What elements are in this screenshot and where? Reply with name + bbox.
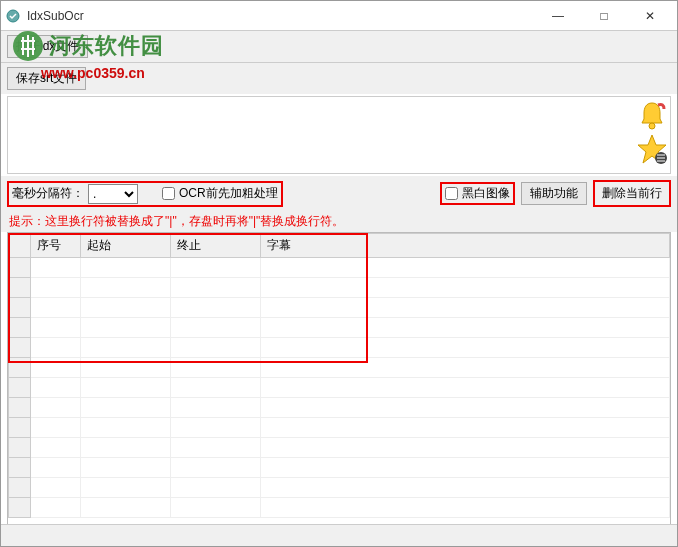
watermark-url: www.pc0359.cn	[41, 65, 164, 81]
options-row: 毫秒分隔符： . OCR前先加粗处理 黑白图像 辅助功能 删除当前行	[1, 176, 677, 211]
col-header-start[interactable]: 起始	[81, 234, 171, 258]
grid-body	[9, 258, 670, 518]
aux-func-button[interactable]: 辅助功能	[521, 182, 587, 205]
table-row	[9, 418, 670, 438]
subtitle-grid-wrap: 序号 起始 终止 字幕	[7, 232, 671, 534]
ocr-bold-checkbox[interactable]	[162, 187, 175, 200]
col-header-seq[interactable]: 序号	[31, 234, 81, 258]
table-row	[9, 498, 670, 518]
delete-row-button[interactable]: 删除当前行	[598, 183, 666, 204]
table-row	[9, 358, 670, 378]
separator-select[interactable]: .	[88, 184, 138, 204]
table-row	[9, 318, 670, 338]
statusbar	[1, 524, 677, 546]
app-icon	[5, 8, 21, 24]
bell-icon[interactable]	[636, 99, 668, 131]
table-row	[9, 458, 670, 478]
window-controls: — □ ✕	[535, 1, 673, 31]
watermark-overlay: 河东软件园 www.pc0359.cn	[11, 29, 164, 81]
bw-image-group: 黑白图像	[440, 182, 515, 205]
bw-image-label: 黑白图像	[462, 185, 510, 202]
table-row	[9, 338, 670, 358]
table-row	[9, 258, 670, 278]
bw-image-checkbox[interactable]	[445, 187, 458, 200]
star-icon[interactable]	[636, 133, 668, 165]
table-row	[9, 438, 670, 458]
titlebar: IdxSubOcr — □ ✕	[1, 1, 677, 31]
table-row	[9, 378, 670, 398]
hint-text: 提示：这里换行符被替换成了"|"，存盘时再将"|"替换成换行符。	[1, 211, 677, 232]
col-header-sub[interactable]: 字幕	[261, 234, 670, 258]
ocr-bold-label: OCR前先加粗处理	[179, 185, 278, 202]
grid-corner[interactable]	[9, 234, 31, 258]
table-row	[9, 278, 670, 298]
window-title: IdxSubOcr	[27, 9, 535, 23]
maximize-button[interactable]: □	[581, 1, 627, 31]
table-row	[9, 478, 670, 498]
delete-row-group: 删除当前行	[593, 180, 671, 207]
minimize-button[interactable]: —	[535, 1, 581, 31]
table-row	[9, 398, 670, 418]
close-button[interactable]: ✕	[627, 1, 673, 31]
table-row	[9, 298, 670, 318]
separator-label: 毫秒分隔符：	[12, 185, 84, 202]
svg-point-2	[649, 123, 655, 129]
col-header-end[interactable]: 终止	[171, 234, 261, 258]
separator-ocr-group: 毫秒分隔符： . OCR前先加粗处理	[7, 181, 283, 207]
preview-area	[7, 96, 671, 174]
subtitle-grid[interactable]: 序号 起始 终止 字幕	[8, 233, 670, 518]
watermark-site-name: 河东软件园	[49, 31, 164, 61]
watermark-logo-icon	[11, 29, 45, 63]
